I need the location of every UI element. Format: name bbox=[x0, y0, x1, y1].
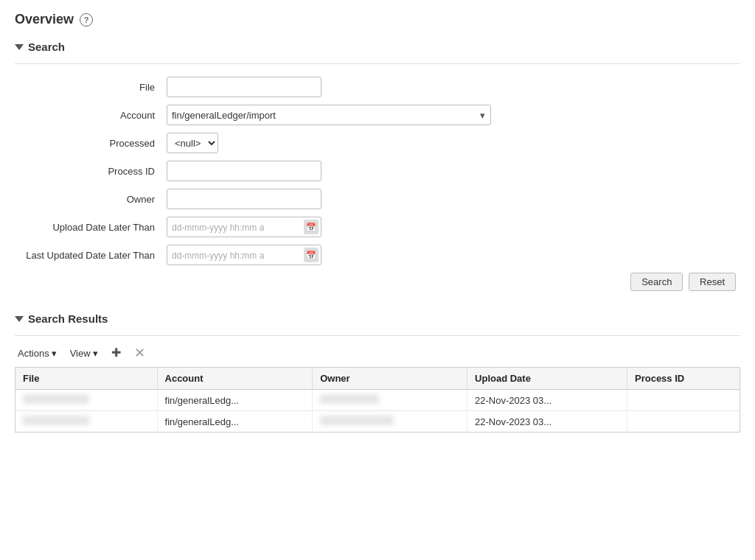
upload-date-input[interactable] bbox=[167, 217, 321, 237]
results-divider bbox=[15, 335, 740, 336]
processed-row: Processed <null> Yes No bbox=[15, 129, 740, 157]
upload-date-label: Upload Date Later Than bbox=[15, 213, 162, 241]
process-id-input-cell bbox=[162, 157, 740, 185]
row1-upload-date: 22-Nov-2023 03... bbox=[467, 390, 627, 411]
account-row: Account fin/generalLedger/import fin/gen… bbox=[15, 101, 740, 129]
blurred-file-2 bbox=[23, 416, 89, 425]
account-input-cell: fin/generalLedger/import fin/generalLedg… bbox=[162, 101, 740, 129]
last-updated-row: Last Updated Date Later Than 📅 bbox=[15, 241, 740, 269]
col-process-id: Process ID bbox=[627, 368, 740, 390]
row1-owner bbox=[313, 390, 467, 411]
account-select-wrapper: fin/generalLedger/import fin/generalLedg… bbox=[167, 105, 491, 125]
last-updated-input-cell: 📅 bbox=[162, 241, 740, 269]
processed-input-cell: <null> Yes No bbox=[162, 129, 740, 157]
row2-file bbox=[15, 411, 158, 433]
search-section: Search File Account fin/generalLedger/im… bbox=[15, 41, 740, 295]
blurred-owner-1 bbox=[320, 394, 379, 404]
owner-row: Owner bbox=[15, 185, 740, 213]
col-account: Account bbox=[157, 368, 313, 390]
table-row[interactable]: fin/generalLedg... 22-Nov-2023 03... bbox=[15, 390, 740, 411]
search-section-label: Search bbox=[28, 41, 65, 53]
collapse-icon bbox=[15, 44, 24, 50]
actions-label: Actions bbox=[18, 348, 49, 359]
col-owner: Owner bbox=[313, 368, 467, 390]
last-updated-calendar-icon[interactable]: 📅 bbox=[304, 248, 319, 262]
row2-process-id bbox=[627, 411, 740, 433]
delete-icon: ✕ bbox=[134, 346, 145, 360]
row1-file bbox=[15, 390, 158, 411]
results-section-header[interactable]: Search Results bbox=[15, 312, 740, 325]
upload-date-wrapper: 📅 bbox=[167, 217, 321, 237]
results-table-header: File Account Owner Upload Date Process I… bbox=[15, 368, 740, 390]
results-collapse-icon bbox=[15, 316, 24, 322]
upload-date-calendar-icon[interactable]: 📅 bbox=[304, 220, 319, 234]
file-input[interactable] bbox=[167, 77, 321, 97]
col-file: File bbox=[15, 368, 158, 390]
reset-button[interactable]: Reset bbox=[689, 273, 736, 291]
help-icon[interactable]: ? bbox=[80, 13, 93, 27]
row2-owner bbox=[313, 411, 467, 433]
results-section-label: Search Results bbox=[28, 312, 108, 325]
blurred-owner-2 bbox=[320, 416, 394, 425]
upload-date-input-cell: 📅 bbox=[162, 213, 740, 241]
process-id-row: Process ID bbox=[15, 157, 740, 185]
process-id-label: Process ID bbox=[15, 157, 162, 185]
page-title: Overview bbox=[15, 12, 74, 27]
search-button[interactable]: Search bbox=[630, 273, 683, 291]
button-row: Search Reset bbox=[15, 269, 740, 295]
search-section-header[interactable]: Search bbox=[15, 41, 740, 53]
last-updated-label: Last Updated Date Later Than bbox=[15, 241, 162, 269]
table-row[interactable]: fin/generalLedg... 22-Nov-2023 03... bbox=[15, 411, 740, 433]
file-label: File bbox=[15, 73, 162, 101]
results-header-row: File Account Owner Upload Date Process I… bbox=[15, 368, 740, 390]
file-input-cell bbox=[162, 73, 740, 101]
row1-account: fin/generalLedg... bbox=[157, 390, 313, 411]
actions-chevron-icon: ▾ bbox=[52, 348, 57, 359]
row1-process-id bbox=[627, 390, 740, 411]
account-select[interactable]: fin/generalLedger/import fin/generalLedg… bbox=[167, 105, 491, 125]
view-label: View bbox=[70, 348, 91, 359]
blurred-file-1 bbox=[23, 394, 89, 404]
processed-label: Processed bbox=[15, 129, 162, 157]
account-label: Account bbox=[15, 101, 162, 129]
processed-select[interactable]: <null> Yes No bbox=[167, 133, 218, 153]
actions-button[interactable]: Actions ▾ bbox=[15, 346, 60, 360]
results-section: Search Results Actions ▾ View ▾ ✚ ✕ File… bbox=[15, 312, 740, 433]
last-updated-date-input[interactable] bbox=[167, 245, 321, 265]
last-updated-date-wrapper: 📅 bbox=[167, 245, 321, 265]
row2-upload-date: 22-Nov-2023 03... bbox=[467, 411, 627, 433]
process-id-input[interactable] bbox=[167, 161, 321, 181]
results-table-body: fin/generalLedg... 22-Nov-2023 03... fin… bbox=[15, 390, 740, 433]
file-row: File bbox=[15, 73, 740, 101]
delete-button[interactable]: ✕ bbox=[131, 345, 148, 361]
upload-date-row: Upload Date Later Than 📅 bbox=[15, 213, 740, 241]
button-spacer bbox=[15, 269, 162, 295]
search-form: File Account fin/generalLedger/import fi… bbox=[15, 73, 740, 295]
button-cell: Search Reset bbox=[162, 269, 740, 295]
owner-input-cell bbox=[162, 185, 740, 213]
col-upload-date: Upload Date bbox=[467, 368, 627, 390]
results-table: File Account Owner Upload Date Process I… bbox=[15, 367, 740, 433]
add-button[interactable]: ✚ bbox=[108, 346, 124, 360]
view-chevron-icon: ▾ bbox=[93, 348, 98, 359]
add-icon: ✚ bbox=[111, 346, 121, 359]
owner-input[interactable] bbox=[167, 189, 321, 209]
owner-label: Owner bbox=[15, 185, 162, 213]
page-title-container: Overview ? bbox=[15, 12, 740, 27]
row2-account: fin/generalLedg... bbox=[157, 411, 313, 433]
results-toolbar: Actions ▾ View ▾ ✚ ✕ bbox=[15, 345, 740, 361]
view-button[interactable]: View ▾ bbox=[67, 346, 101, 360]
search-divider bbox=[15, 63, 740, 64]
